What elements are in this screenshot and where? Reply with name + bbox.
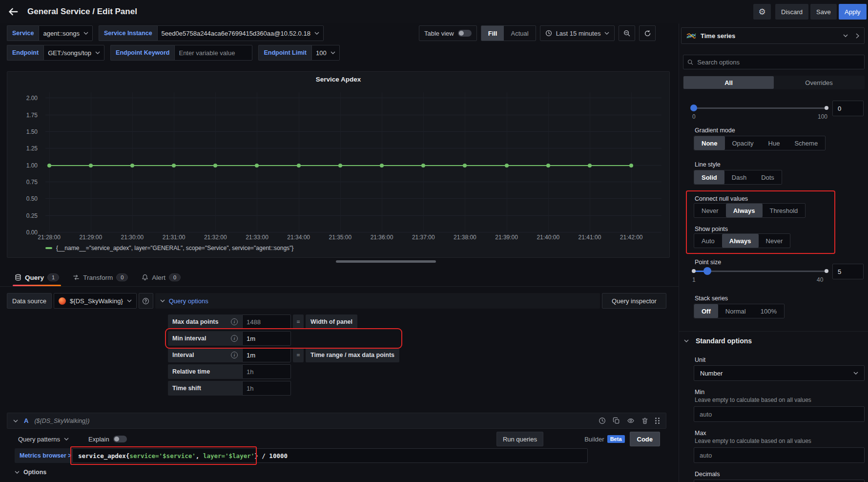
endpoint-variable-label: Endpoint bbox=[7, 45, 43, 61]
x-axis-tick-label: 21:32:00 bbox=[204, 234, 227, 241]
chevron-down-icon bbox=[160, 299, 165, 302]
unit-select[interactable]: Number bbox=[694, 365, 865, 381]
option-auto[interactable]: Auto bbox=[694, 234, 722, 248]
option-always[interactable]: Always bbox=[726, 204, 763, 217]
max-input[interactable] bbox=[694, 447, 865, 463]
time-range-picker[interactable]: Last 15 minutes bbox=[540, 25, 615, 41]
actual-option[interactable]: Actual bbox=[504, 26, 535, 41]
query-options-header[interactable]: Query options bbox=[155, 293, 600, 309]
option-never[interactable]: Never bbox=[694, 204, 726, 217]
service-instance-variable-dropdown[interactable]: 5eed0e5758a244aca6e7699415d360aa@10.52.0… bbox=[157, 25, 324, 41]
endpoint-keyword-input[interactable] bbox=[174, 45, 252, 61]
option-hue[interactable]: Hue bbox=[761, 136, 787, 150]
min-input[interactable] bbox=[694, 406, 865, 422]
plot-area[interactable] bbox=[45, 92, 661, 232]
option-solid[interactable]: Solid bbox=[694, 170, 724, 184]
query-history-icon[interactable] bbox=[599, 417, 606, 424]
option-opacity[interactable]: Opacity bbox=[725, 136, 761, 150]
query-ref-datasource: (${DS_SkyWalking}) bbox=[34, 418, 89, 424]
decimals-label: Decimals bbox=[695, 471, 720, 478]
builder-option[interactable]: Builder Beta bbox=[579, 435, 629, 443]
option-100-[interactable]: 100% bbox=[753, 304, 784, 318]
refresh-button[interactable] bbox=[639, 25, 656, 41]
x-axis-tick-label: 21:34:00 bbox=[287, 234, 310, 241]
decimals-input[interactable] bbox=[694, 480, 865, 482]
remove-query-trash-icon[interactable] bbox=[641, 417, 648, 424]
query-options-collapse[interactable]: Options bbox=[15, 469, 46, 476]
tab-transform[interactable]: Transform 0 bbox=[73, 269, 128, 286]
explain-toggle[interactable] bbox=[113, 436, 127, 442]
apply-button[interactable]: Apply bbox=[839, 4, 867, 20]
visualization-picker[interactable]: Time series bbox=[681, 27, 865, 44]
option-never[interactable]: Never bbox=[759, 234, 790, 248]
query-patterns-dropdown[interactable]: Query patterns bbox=[18, 436, 69, 443]
transform-icon bbox=[73, 274, 80, 281]
promql-expression-text: service_apdex{service='$service', layer=… bbox=[78, 447, 288, 464]
discard-button[interactable]: Discard bbox=[775, 4, 808, 20]
run-queries-button[interactable]: Run queries bbox=[496, 432, 543, 446]
fill-opacity-min-label: 0 bbox=[692, 113, 696, 120]
duplicate-query-icon[interactable] bbox=[613, 417, 620, 424]
fill-opacity-slider-track[interactable] bbox=[694, 107, 827, 109]
time-range-label: Last 15 minutes bbox=[556, 30, 601, 37]
drag-handle-icon[interactable] bbox=[655, 418, 660, 424]
option-none[interactable]: None bbox=[694, 136, 725, 150]
tab-overrides[interactable]: Overrides bbox=[774, 76, 864, 89]
zoom-out-button[interactable] bbox=[619, 25, 635, 41]
horizontal-scrollbar-thumb[interactable] bbox=[336, 260, 436, 263]
equals-chip: = bbox=[293, 348, 304, 362]
save-button[interactable]: Save bbox=[810, 4, 837, 20]
tab-query[interactable]: Query 1 bbox=[15, 269, 59, 286]
point-size-slider-handle[interactable] bbox=[703, 267, 711, 275]
option-normal[interactable]: Normal bbox=[718, 304, 753, 318]
fill-opacity-value-input[interactable]: 0 bbox=[832, 101, 864, 116]
query-a-header[interactable]: A (${DS_SkyWalking}) bbox=[7, 413, 666, 429]
fill-option[interactable]: Fill bbox=[481, 26, 504, 41]
gridline-horizontal bbox=[45, 182, 661, 182]
point-size-slider-track[interactable] bbox=[694, 271, 827, 272]
query-inspector-button[interactable]: Query inspector bbox=[602, 293, 666, 309]
legend-item[interactable]: {__name__="service_apdex", layer="GENERA… bbox=[45, 245, 293, 251]
option-threshold[interactable]: Threshold bbox=[763, 204, 806, 217]
hide-query-eye-icon[interactable] bbox=[627, 417, 635, 424]
endpoint-variable-dropdown[interactable]: GET:/songs/top bbox=[43, 45, 104, 61]
gridline-vertical bbox=[382, 92, 382, 232]
option-off[interactable]: Off bbox=[694, 304, 718, 318]
datasource-help-button[interactable] bbox=[139, 293, 153, 309]
option-scheme[interactable]: Scheme bbox=[787, 136, 825, 150]
query-option-input[interactable]: 1m bbox=[242, 331, 291, 346]
query-option-input[interactable]: 1m bbox=[242, 348, 291, 362]
standard-options-section-header[interactable]: Standard options bbox=[684, 337, 752, 345]
options-search-box[interactable] bbox=[683, 55, 865, 69]
option-dots[interactable]: Dots bbox=[754, 170, 782, 184]
back-arrow-icon[interactable] bbox=[8, 6, 20, 18]
query-option-label: Max data pointsi bbox=[168, 314, 242, 329]
chevron-down-icon bbox=[127, 299, 132, 302]
code-option[interactable]: Code bbox=[630, 432, 661, 446]
options-search-input[interactable] bbox=[697, 59, 860, 66]
metrics-browser-button[interactable]: Metrics browser > bbox=[15, 448, 77, 463]
data-point bbox=[463, 164, 467, 168]
query-option-label: Time shift bbox=[168, 381, 242, 396]
tab-alert[interactable]: Alert 0 bbox=[142, 269, 181, 286]
point-size-value-input[interactable]: 5 bbox=[832, 264, 864, 279]
query-option-input[interactable]: 1488 bbox=[242, 314, 291, 329]
endpoint-limit-dropdown[interactable]: 100 bbox=[311, 45, 340, 61]
option-always[interactable]: Always bbox=[722, 234, 759, 248]
option-dash[interactable]: Dash bbox=[724, 170, 754, 184]
table-view-toggle[interactable] bbox=[458, 30, 472, 37]
collapse-sidebar-arrow-icon[interactable] bbox=[856, 33, 859, 39]
query-option-input[interactable]: 1h bbox=[242, 381, 291, 396]
panel-settings-gear-icon[interactable]: ⚙ bbox=[753, 4, 771, 20]
datasource-picker[interactable]: ${DS_SkyWalking} bbox=[54, 293, 137, 309]
fill-opacity-slider-handle[interactable] bbox=[690, 105, 697, 111]
service-variable-dropdown[interactable]: agent::songs bbox=[39, 25, 92, 41]
page-title: General Service / Edit Panel bbox=[27, 0, 137, 23]
tab-all[interactable]: All bbox=[683, 76, 774, 89]
query-option-input[interactable]: 1h bbox=[242, 364, 291, 379]
tab-alert-label: Alert bbox=[152, 274, 165, 281]
x-axis-tick-label: 21:41:00 bbox=[579, 234, 601, 241]
editor-tabs: Query 1 Transform 0 Alert 0 bbox=[0, 269, 679, 287]
stack-series-label: Stack series bbox=[695, 295, 728, 302]
gridline-vertical bbox=[423, 92, 424, 232]
